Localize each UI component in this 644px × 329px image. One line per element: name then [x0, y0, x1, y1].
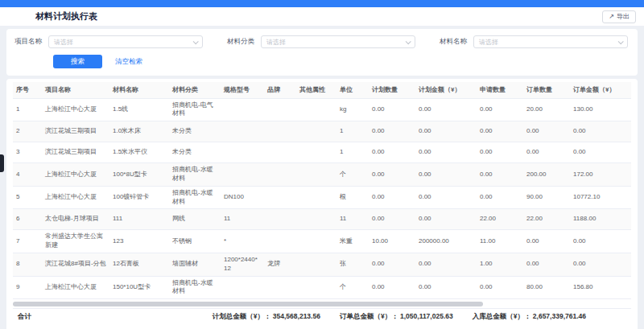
table-cell	[296, 121, 336, 142]
export-button-label: 导出	[617, 12, 630, 21]
page-title: 材料计划执行表	[35, 10, 97, 23]
table-cell: 招商机电-水暖材料	[169, 186, 221, 209]
table-cell: 0.00	[570, 230, 631, 253]
table-cell: 0.00	[369, 253, 415, 276]
export-button[interactable]: ↗ 导出	[602, 10, 636, 23]
table-cell	[296, 142, 336, 163]
table-cell	[221, 163, 264, 187]
top-strip	[0, 0, 644, 7]
summary-item-label: 计划总金额（¥）：	[213, 312, 271, 320]
table-cell	[221, 142, 264, 163]
table-cell	[264, 98, 296, 121]
table-cell: 0.00	[369, 186, 415, 209]
table-card: 序号项目名称材料名称材料分类规格型号品牌其他属性单位计划数量计划金额（¥）申请数…	[6, 79, 638, 329]
chevron-down-icon	[193, 39, 199, 44]
table-cell: 网线	[169, 209, 221, 230]
table-cell: 90.00	[523, 186, 570, 209]
table-cell: 0.00	[415, 163, 477, 187]
summary-item-value: 2,657,339,761.46	[530, 312, 586, 320]
table-cell: 0.00	[369, 276, 415, 299]
table-cell: 滨江花城三期项目	[42, 142, 109, 163]
column-header: 材料分类	[169, 82, 221, 98]
chevron-down-icon	[618, 39, 624, 44]
table-cell	[221, 98, 264, 121]
table-cell: 墙面辅材	[169, 253, 221, 276]
table-cell: 0.00	[369, 142, 415, 163]
table-row: 1上海松江中心大厦1.5线招商机电-电气材料kg0.000.000.0020.0…	[13, 98, 631, 121]
table-row: 6太仓电梯-月球项目111网线11110.000.0022.0022.00118…	[13, 209, 631, 230]
title-bar: 材料计划执行表 ↗ 导出	[0, 7, 644, 26]
table-cell: 7	[13, 230, 42, 253]
table-cell	[264, 142, 296, 163]
filter-row: 项目名称请选择材料分类请选择材料名称请选择	[14, 35, 630, 48]
chevron-down-icon	[406, 39, 411, 44]
table-cell: 200.00	[523, 163, 570, 187]
table-cell: 22.00	[523, 209, 570, 230]
table-cell	[264, 121, 296, 142]
table-cell: 123	[109, 230, 169, 253]
summary-item: 计划总金额（¥）： 354,568,213.56	[213, 312, 320, 322]
table-cell	[296, 230, 336, 253]
filter-select-3[interactable]: 请选择	[473, 35, 628, 48]
table-cell: DN100	[221, 186, 264, 209]
table-cell: 6	[13, 209, 42, 230]
table-cell: 0.00	[477, 121, 523, 142]
table-cell	[296, 163, 336, 187]
table-cell	[264, 209, 296, 230]
filter-group-3: 材料名称请选择	[440, 35, 630, 48]
table-row: 3滨江花城三期项目1.5米水平仪未分类10.000.000.000.000.00	[13, 142, 631, 163]
table-cell: 根	[336, 186, 369, 209]
table-cell: 0.00	[415, 142, 477, 163]
filter-select-1[interactable]: 请选择	[48, 35, 203, 48]
table-cell: 11	[221, 209, 264, 230]
table-cell: 172.00	[570, 163, 631, 187]
search-button[interactable]: 搜索	[53, 55, 102, 68]
table-cell: 0.00	[523, 142, 570, 163]
table-cell: 0.00	[523, 121, 570, 142]
table-cell: 80.00	[523, 276, 570, 299]
select-placeholder: 请选择	[54, 38, 73, 47]
table-cell: 太仓电梯-月球项目	[42, 209, 109, 230]
select-placeholder: 请选择	[266, 38, 286, 47]
table-cell: 0.00	[415, 209, 477, 230]
filter-label: 项目名称	[14, 37, 42, 47]
table-cell: 0.00	[477, 142, 523, 163]
table-cell: 2	[13, 121, 42, 142]
table-cell: 156.80	[570, 276, 631, 299]
table-row: 2滨江花城三期项目1.0米木床未分类10.000.000.000.000.00	[13, 121, 631, 142]
filter-select-2[interactable]: 请选择	[261, 35, 415, 48]
summary-row: 合计 计划总金额（¥）： 354,568,213.56订单总金额（¥）： 1,0…	[13, 308, 631, 325]
table-row: 7常州盛达大学生公寓新建123不锈钢*米重10.00200000.0011.00…	[13, 230, 631, 253]
table-cell: 4	[13, 163, 42, 187]
table-header-row: 序号项目名称材料名称材料分类规格型号品牌其他属性单位计划数量计划金额（¥）申请数…	[13, 82, 631, 98]
table-cell: 个	[336, 163, 369, 187]
sidebar-collapse-handle[interactable]	[0, 154, 4, 172]
table-cell: kg	[336, 98, 369, 121]
table-cell: 1	[336, 142, 369, 163]
table-cell: 滨江花城8#项目-分包	[42, 253, 109, 276]
table-cell	[296, 98, 336, 121]
column-header: 规格型号	[221, 82, 264, 98]
scrollbar-thumb[interactable]	[13, 302, 483, 306]
horizontal-scrollbar	[13, 302, 631, 306]
column-header: 申请数量	[477, 82, 523, 98]
column-header: 订单数量	[523, 82, 570, 98]
table-cell: 0.00	[477, 276, 523, 299]
filter-label: 材料名称	[440, 37, 467, 47]
column-header: 材料名称	[109, 82, 169, 98]
table-cell: 130.00	[570, 98, 631, 121]
table-cell: 上海松江中心大厦	[42, 98, 109, 121]
table-cell: 200000.00	[415, 230, 477, 253]
table-cell: 个	[336, 276, 369, 299]
export-icon: ↗	[609, 14, 614, 20]
table-cell: 0.00	[369, 163, 415, 187]
column-header: 订单金额（¥）	[570, 82, 631, 98]
clear-search-button[interactable]: 清空检索	[115, 57, 142, 67]
summary-item-label: 订单总金额（¥）：	[340, 312, 398, 320]
table-cell: 12石膏板	[109, 253, 169, 276]
table-cell	[296, 186, 336, 209]
table-cell: 8	[13, 253, 42, 276]
table-cell	[264, 276, 296, 299]
table-cell: 0.00	[523, 253, 570, 276]
table-cell: 1	[336, 121, 369, 142]
